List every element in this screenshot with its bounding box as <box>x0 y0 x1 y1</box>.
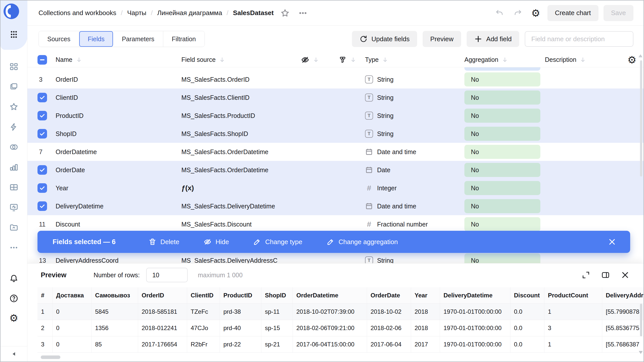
datalens-logo[interactable] <box>3 3 20 20</box>
sort-arrow-icon <box>312 56 319 63</box>
sidebar-settings-gear-icon[interactable]: ⚙ <box>8 312 20 324</box>
pencil-icon <box>253 238 261 246</box>
sidebar-item-dashboards-icon[interactable] <box>8 61 20 72</box>
string-type-icon: T <box>365 94 373 102</box>
preview-vertical-scrollbar[interactable] <box>640 304 642 336</box>
sidebar-item-files-icon[interactable] <box>8 222 20 233</box>
field-row-orderdate[interactable]: OrderDate MS_SalesFacts.OrderDatetime Da… <box>27 161 643 179</box>
preview-horizontal-scrollbar[interactable] <box>41 355 60 359</box>
sidebar-item-connections-icon[interactable] <box>8 121 20 133</box>
row-checkbox-checked[interactable] <box>37 165 47 175</box>
field-row-shopid[interactable]: ShopID MS_SalesFacts.ShopID TString No <box>27 125 643 143</box>
preview-panel: Preview Number of rows: maximum 1 000 # … <box>27 263 643 361</box>
row-checkbox-checked[interactable] <box>37 201 47 211</box>
breadcrumb-separator: / <box>121 9 123 17</box>
undo-icon[interactable] <box>493 7 506 20</box>
preview-table-header: # Доставка Самовывоз OrderID ClientID Pr… <box>37 287 643 304</box>
plus-icon <box>474 35 482 43</box>
aggregation-pill[interactable]: No <box>464 127 540 141</box>
field-row-clientid[interactable]: ClientID MS_SalesFacts.ClientID TString … <box>27 88 643 107</box>
sidebar-item-relations-icon[interactable] <box>8 141 20 153</box>
column-header-description[interactable]: Description <box>545 56 625 63</box>
max-rows-hint: maximum 1 000 <box>198 272 243 279</box>
favorite-star-icon[interactable] <box>280 8 290 18</box>
breadcrumb-separator: / <box>151 9 153 17</box>
dataset-settings-gear-icon[interactable]: ⚙ <box>529 7 542 20</box>
change-aggregation-button[interactable]: Change aggregation <box>327 238 398 246</box>
notifications-bell-icon[interactable] <box>8 273 20 284</box>
close-selection-bar-icon[interactable] <box>608 238 616 246</box>
filter-funnel-icon <box>339 56 347 64</box>
number-of-rows-label: Number of rows: <box>94 272 140 279</box>
field-search-input[interactable] <box>525 31 633 47</box>
select-all-checkbox[interactable] <box>37 55 47 65</box>
tab-filtration[interactable]: Filtration <box>163 31 205 47</box>
expand-preview-icon[interactable] <box>582 271 590 279</box>
selection-count-label: Fields selected — 6 <box>53 238 116 246</box>
column-header-type[interactable]: Type <box>365 56 464 63</box>
aggregation-pill[interactable]: No <box>464 72 540 86</box>
column-header-name[interactable]: Name <box>56 56 181 63</box>
sidebar-more-icon[interactable] <box>8 242 20 253</box>
breadcrumb-line-chart[interactable]: Линейная диаграмма <box>157 9 222 17</box>
fields-selection-bar: Fields selected — 6 Delete Hide Change t… <box>37 231 630 253</box>
fields-vertical-scrollbar[interactable] <box>640 60 642 176</box>
aggregation-pill[interactable]: No <box>464 217 540 231</box>
sidebar-item-workbooks-icon[interactable] <box>8 81 20 93</box>
aggregation-pill[interactable]: No <box>464 90 540 105</box>
tab-sources[interactable]: Sources <box>39 31 79 47</box>
column-header-aggregation[interactable]: Aggregation <box>464 56 545 63</box>
sidebar-item-datasets-icon[interactable] <box>8 182 20 193</box>
column-header-field-source[interactable]: Field source <box>181 56 301 63</box>
close-preview-icon[interactable] <box>621 271 629 279</box>
sort-arrow-icon <box>382 56 389 63</box>
update-fields-button[interactable]: Update fields <box>352 31 417 47</box>
sidebar-item-charts-icon[interactable] <box>8 161 20 173</box>
breadcrumb-charts[interactable]: Чарты <box>127 9 146 17</box>
scrollbar-up-arrow[interactable] <box>638 54 642 57</box>
breadcrumb-collections[interactable]: Collections and workbooks <box>38 9 116 17</box>
column-header-hidden[interactable] <box>301 56 339 64</box>
delete-fields-button[interactable]: Delete <box>148 238 179 246</box>
breadcrumb-dataset-name: SalesDataset <box>233 9 274 17</box>
aggregation-pill[interactable]: No <box>464 109 540 123</box>
row-checkbox-checked[interactable] <box>37 129 47 139</box>
sidebar-collapse-button[interactable] <box>1 346 27 361</box>
hide-fields-button[interactable]: Hide <box>204 238 229 246</box>
preview-button[interactable]: Preview <box>423 31 461 47</box>
tab-parameters[interactable]: Parameters <box>113 31 163 47</box>
field-row-orderid[interactable]: 3 OrderID MS_SalesFacts.OrderID TString … <box>27 70 643 88</box>
fields-table-header: Name Field source Type Aggregation Descr… <box>27 52 643 67</box>
aggregation-pill[interactable]: No <box>464 181 540 195</box>
aggregation-pill[interactable]: No <box>464 199 540 213</box>
save-button[interactable]: Save <box>603 5 633 21</box>
breadcrumb-separator: / <box>227 9 228 17</box>
number-of-rows-input[interactable] <box>146 268 188 282</box>
row-checkbox-checked[interactable] <box>37 183 47 193</box>
row-checkbox-checked[interactable] <box>37 93 47 102</box>
aggregation-pill[interactable]: No <box>464 163 540 177</box>
redo-icon[interactable] <box>511 7 524 20</box>
sort-arrow-icon <box>579 56 586 63</box>
sidebar-item-editor-icon[interactable] <box>8 202 20 213</box>
more-actions-icon[interactable] <box>298 9 307 18</box>
apps-grid-icon[interactable] <box>8 29 20 40</box>
calendar-type-icon <box>365 148 373 156</box>
aggregation-pill[interactable]: No <box>464 145 540 159</box>
sidebar-item-favorites-icon[interactable] <box>8 101 20 113</box>
row-checkbox-checked[interactable] <box>37 111 47 120</box>
column-header-filter[interactable] <box>339 56 365 64</box>
scrollbar-down-arrow[interactable] <box>639 351 643 354</box>
tab-fields[interactable]: Fields <box>79 31 113 47</box>
field-row-productid[interactable]: ProductID MS_SalesFacts.ProductID TStrin… <box>27 107 643 125</box>
create-chart-button[interactable]: Create chart <box>547 5 598 21</box>
help-icon[interactable] <box>8 293 20 304</box>
sort-arrow-icon <box>350 56 357 63</box>
split-view-icon[interactable] <box>601 271 610 279</box>
change-type-button[interactable]: Change type <box>253 238 302 246</box>
pencil-icon <box>327 238 335 246</box>
field-row-deliverydatetime[interactable]: DeliveryDatetime MS_SalesFacts.DeliveryD… <box>27 197 643 215</box>
field-row-year[interactable]: Year ƒ(x) #Integer No <box>27 179 643 197</box>
field-row-orderdatetime[interactable]: 7 OrderDatetime MS_SalesFacts.OrderDatet… <box>27 143 643 161</box>
add-field-button[interactable]: Add field <box>467 31 519 47</box>
